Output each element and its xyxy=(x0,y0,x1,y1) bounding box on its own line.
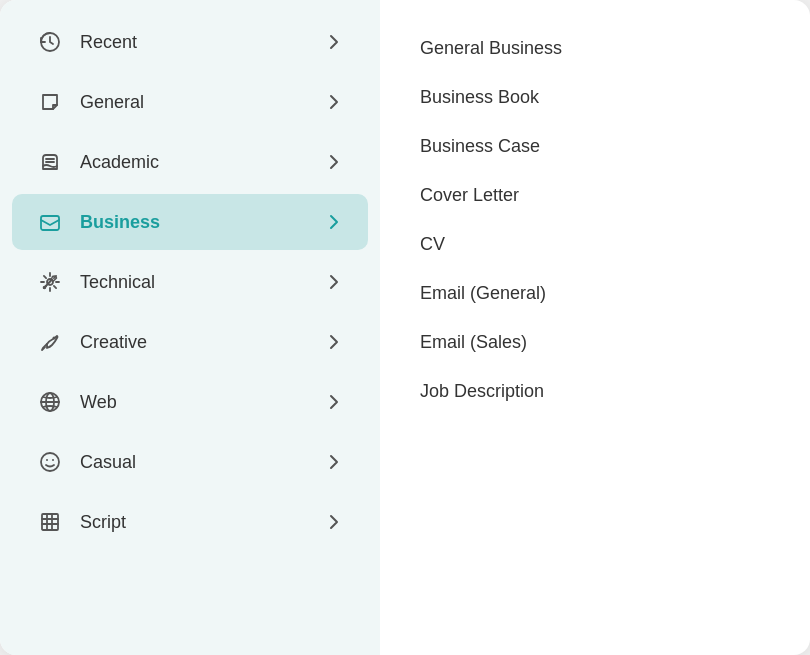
recent-icon xyxy=(36,28,64,56)
content-item[interactable]: CV xyxy=(412,220,778,269)
content-item[interactable]: Business Book xyxy=(412,73,778,122)
web-chevron xyxy=(324,394,344,410)
content-item[interactable]: Business Case xyxy=(412,122,778,171)
script-icon xyxy=(36,508,64,536)
academic-chevron xyxy=(324,154,344,170)
sidebar-item-technical-label: Technical xyxy=(80,272,324,293)
sidebar-item-general-label: General xyxy=(80,92,324,113)
sidebar-item-web[interactable]: Web xyxy=(12,374,368,430)
casual-chevron xyxy=(324,454,344,470)
recent-chevron xyxy=(324,34,344,50)
sidebar-item-general[interactable]: General xyxy=(12,74,368,130)
web-icon xyxy=(36,388,64,416)
content-item[interactable]: General Business xyxy=(412,24,778,73)
technical-icon xyxy=(36,268,64,296)
content-item[interactable]: Email (General) xyxy=(412,269,778,318)
sidebar-item-script-label: Script xyxy=(80,512,324,533)
sidebar-item-business[interactable]: Business xyxy=(12,194,368,250)
sidebar-item-casual-label: Casual xyxy=(80,452,324,473)
svg-point-12 xyxy=(52,459,54,461)
content-item[interactable]: Email (Sales) xyxy=(412,318,778,367)
technical-chevron xyxy=(324,274,344,290)
sidebar-item-script[interactable]: Script xyxy=(12,494,368,550)
general-chevron xyxy=(324,94,344,110)
sidebar-item-creative[interactable]: Creative xyxy=(12,314,368,370)
svg-rect-3 xyxy=(41,216,59,230)
sidebar-item-technical[interactable]: Technical xyxy=(12,254,368,310)
sidebar-item-recent-label: Recent xyxy=(80,32,324,53)
content-item[interactable]: Cover Letter xyxy=(412,171,778,220)
content-item[interactable]: Job Description xyxy=(412,367,778,416)
creative-chevron xyxy=(324,334,344,350)
casual-icon xyxy=(36,448,64,476)
business-icon xyxy=(36,208,64,236)
main-card: Recent General xyxy=(0,0,810,655)
sidebar-item-casual[interactable]: Casual xyxy=(12,434,368,490)
svg-rect-13 xyxy=(42,514,58,530)
svg-point-11 xyxy=(46,459,48,461)
sidebar-item-recent[interactable]: Recent xyxy=(12,14,368,70)
svg-point-6 xyxy=(53,337,56,340)
business-chevron xyxy=(324,214,344,230)
sidebar: Recent General xyxy=(0,0,380,655)
svg-point-10 xyxy=(41,453,59,471)
sidebar-item-creative-label: Creative xyxy=(80,332,324,353)
academic-icon xyxy=(36,148,64,176)
creative-icon xyxy=(36,328,64,356)
content-panel: General BusinessBusiness BookBusiness Ca… xyxy=(380,0,810,655)
general-icon xyxy=(36,88,64,116)
sidebar-item-business-label: Business xyxy=(80,212,324,233)
sidebar-item-web-label: Web xyxy=(80,392,324,413)
sidebar-item-academic[interactable]: Academic xyxy=(12,134,368,190)
sidebar-item-academic-label: Academic xyxy=(80,152,324,173)
script-chevron xyxy=(324,514,344,530)
